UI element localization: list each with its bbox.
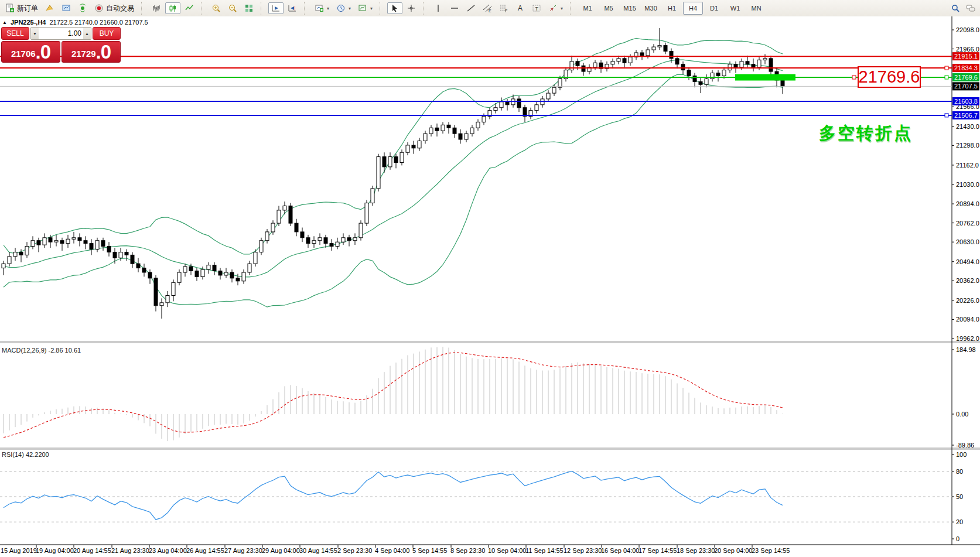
candle-body — [476, 122, 480, 128]
zoom-in-button[interactable] — [209, 2, 224, 14]
buy-price-display[interactable]: 21729.0 — [62, 41, 121, 63]
candle-body — [54, 241, 58, 242]
volume-stepper: ▼ ▲ — [30, 27, 91, 40]
zoom-out-button[interactable] — [225, 2, 240, 14]
time-tick-label: 20 Aug 14:55 — [73, 547, 111, 554]
volume-increase-button[interactable]: ▲ — [83, 28, 91, 39]
bar-chart-button[interactable] — [149, 2, 164, 14]
time-tick-label: 8 Sep 23:30 — [450, 547, 485, 554]
price-badge-label: 21834.3 — [954, 64, 978, 71]
line-handle[interactable] — [945, 66, 948, 70]
text-button[interactable]: A — [513, 2, 528, 14]
toolbar-right-group — [951, 4, 980, 13]
chevron-down-icon[interactable]: ▾ — [370, 6, 373, 11]
candle-body — [693, 76, 696, 81]
signal-button[interactable] — [75, 2, 90, 14]
candle-body — [447, 125, 450, 128]
candle-body — [289, 206, 292, 224]
tile-windows-button[interactable] — [241, 2, 257, 14]
chart-annotation-text[interactable]: 多空转折点 — [819, 122, 913, 145]
crosshair-icon — [407, 4, 416, 13]
horizontal-line-button[interactable] — [447, 2, 462, 14]
candle-body — [119, 252, 122, 258]
chart-window-button[interactable] — [42, 2, 57, 14]
timeframe-w1-button[interactable]: W1 — [725, 2, 745, 15]
candle-body — [746, 61, 749, 64]
candle-body — [259, 241, 263, 252]
candle-body — [207, 265, 210, 269]
search-icon[interactable] — [951, 4, 960, 13]
auto-scroll-button[interactable] — [268, 2, 284, 14]
chat-icon[interactable] — [966, 4, 975, 13]
time-tick-label: 30 Aug 14:55 — [299, 547, 337, 554]
candle-body — [506, 102, 509, 105]
candle-body — [629, 57, 632, 63]
candle-chart-button[interactable] — [165, 2, 180, 14]
collapse-trade-panel-icon[interactable]: ▲ — [2, 20, 7, 25]
candle-body — [728, 64, 732, 70]
chart-canvas[interactable]: 22098.021966.021566.021430.021298.021162… — [0, 16, 980, 557]
indicators-button[interactable]: ▾ — [312, 2, 332, 14]
new-order-icon — [5, 4, 15, 13]
timeframe-m5-button[interactable]: M5 — [599, 2, 619, 15]
volume-input[interactable] — [39, 28, 83, 39]
market-watch-button[interactable] — [59, 2, 74, 14]
volume-decrease-button[interactable]: ▼ — [31, 28, 39, 39]
horizontal-line-icon — [450, 4, 459, 13]
candle-body — [318, 238, 322, 241]
trend-line-button[interactable] — [463, 2, 479, 14]
timeframe-h4-button[interactable]: H4 — [683, 2, 703, 15]
line-chart-button[interactable] — [182, 2, 197, 14]
callout-anchor-handle[interactable] — [852, 76, 856, 79]
sell-price-display[interactable]: 21706.0 — [1, 41, 60, 63]
rsi-scale-label: 50 — [956, 493, 963, 500]
chart-area[interactable]: 22098.021966.021566.021430.021298.021162… — [0, 16, 980, 557]
price-tick-label: 21298.0 — [956, 142, 979, 149]
highlighted-price-segment[interactable] — [735, 74, 795, 81]
sell-button[interactable]: SELL — [1, 27, 29, 40]
templates-button[interactable]: ▾ — [355, 2, 375, 14]
one-click-trade-panel: SELL ▼ ▲ BUY 21706.0 21729.0 — [1, 27, 121, 63]
auto-trading-button[interactable]: 自动交易 — [91, 2, 137, 14]
rsi-scale-label: 80 — [956, 468, 963, 475]
crosshair-button[interactable] — [404, 2, 419, 14]
chart-shift-button[interactable] — [285, 2, 300, 14]
text-label-button[interactable]: T — [529, 2, 544, 14]
timeframe-m15-button[interactable]: M15 — [620, 2, 640, 15]
new-order-button[interactable]: 新订单 — [2, 2, 41, 14]
line-handle[interactable] — [945, 114, 948, 117]
macd-scale-label: 0.00 — [956, 411, 968, 418]
equidistant-channel-button[interactable]: E — [480, 2, 495, 14]
chevron-down-icon[interactable]: ▾ — [327, 6, 329, 11]
arrows-button[interactable]: ▾ — [545, 2, 566, 14]
rsi-scale-label: 20 — [956, 518, 963, 525]
price-callout-box[interactable]: 21769.6 — [858, 66, 921, 88]
timeframe-m30-button[interactable]: M30 — [641, 2, 661, 15]
chevron-down-icon[interactable]: ▾ — [561, 6, 563, 11]
candle-body — [652, 47, 655, 50]
candle-body — [424, 134, 427, 141]
macd-scale-label: -89.86 — [956, 442, 974, 449]
auto-trading-label: 自动交易 — [106, 4, 134, 13]
candle-body — [681, 64, 685, 70]
timeframe-m1-button[interactable]: M1 — [578, 2, 597, 15]
price-badge-label: 21915.1 — [954, 53, 978, 60]
price-badge-label: 21603.8 — [954, 98, 978, 105]
candle-body — [734, 64, 737, 67]
line-handle[interactable] — [945, 76, 948, 79]
buy-button[interactable]: BUY — [93, 27, 121, 40]
fibonacci-button[interactable]: F — [496, 2, 511, 14]
candle-body — [277, 210, 281, 223]
candle-body — [582, 66, 585, 71]
trend-line-icon — [466, 4, 476, 13]
timeframe-d1-button[interactable]: D1 — [704, 2, 724, 15]
price-tick-label: 20362.0 — [956, 277, 979, 284]
vertical-line-button[interactable] — [431, 2, 446, 14]
cursor-button[interactable] — [387, 2, 402, 14]
price-tick-label: 20630.0 — [956, 238, 979, 245]
timeframe-mn-button[interactable]: MN — [746, 2, 766, 15]
toolbar-group: ▾▾▾ — [309, 0, 378, 16]
timeframe-h1-button[interactable]: H1 — [662, 2, 682, 15]
chevron-down-icon[interactable]: ▾ — [349, 6, 351, 11]
periods-button[interactable]: ▾ — [333, 2, 354, 14]
